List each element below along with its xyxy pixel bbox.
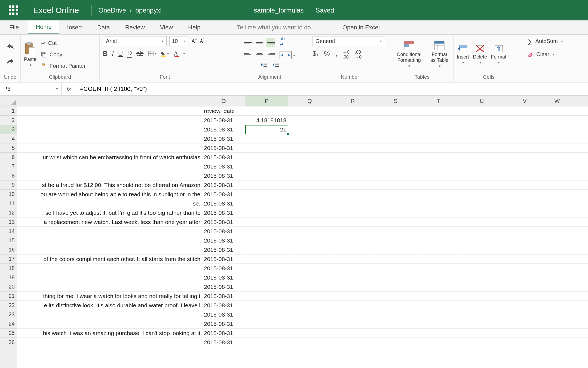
cell[interactable] xyxy=(245,319,288,328)
tab-view[interactable]: View xyxy=(152,20,180,34)
row-header[interactable]: 26 xyxy=(0,338,17,347)
cell[interactable] xyxy=(374,338,417,347)
cell-overflow[interactable]: his watch it was an amazing purchase. I … xyxy=(17,329,202,338)
cell[interactable] xyxy=(546,254,568,263)
row-header[interactable]: 21 xyxy=(0,292,17,301)
cell[interactable] xyxy=(245,236,288,245)
cell[interactable] xyxy=(417,273,460,282)
cell[interactable] xyxy=(288,171,331,180)
cell-overflow[interactable] xyxy=(17,236,202,245)
cell[interactable]: 4.18181818 xyxy=(245,116,288,125)
cell[interactable]: 2015-08-31 xyxy=(202,171,245,180)
cell[interactable]: 2015-08-31 xyxy=(202,310,245,319)
cell[interactable] xyxy=(331,199,374,208)
cell[interactable] xyxy=(288,199,331,208)
cell[interactable] xyxy=(288,208,331,217)
row-header[interactable]: 8 xyxy=(0,171,17,180)
cell[interactable] xyxy=(417,116,460,125)
cell[interactable] xyxy=(417,162,460,171)
cell[interactable]: 2015-08-31 xyxy=(202,125,245,134)
cell[interactable] xyxy=(503,282,546,291)
cell-overflow[interactable] xyxy=(17,338,202,347)
cell[interactable] xyxy=(417,319,460,328)
tab-review[interactable]: Review xyxy=(118,20,152,34)
cell[interactable] xyxy=(331,282,374,291)
redo-icon[interactable] xyxy=(5,57,15,67)
cell[interactable] xyxy=(503,264,546,273)
cell[interactable] xyxy=(503,199,546,208)
cell[interactable] xyxy=(245,282,288,291)
cell-overflow[interactable] xyxy=(17,171,202,180)
increase-decimal-button[interactable]: ←0.00 xyxy=(342,50,349,60)
column-header-U[interactable]: U xyxy=(460,96,503,106)
cell[interactable] xyxy=(546,125,568,134)
cell[interactable]: 2015-08-31 xyxy=(202,227,245,236)
row-header[interactable]: 9 xyxy=(0,180,17,190)
cell-overflow[interactable] xyxy=(17,143,202,152)
cell[interactable] xyxy=(546,208,568,217)
cell[interactable] xyxy=(374,273,417,282)
cell[interactable]: 2015-08-31 xyxy=(202,245,245,254)
cell[interactable] xyxy=(331,292,374,300)
cell[interactable] xyxy=(460,217,503,226)
cell[interactable] xyxy=(546,180,568,189)
cell[interactable] xyxy=(546,282,568,291)
cell[interactable] xyxy=(417,180,460,189)
conditional-formatting-button[interactable]: Conditional Formatting▾ xyxy=(394,41,424,68)
cell[interactable] xyxy=(503,273,546,282)
row-header[interactable]: 3 xyxy=(0,125,17,134)
column-header-V[interactable]: V xyxy=(503,96,546,106)
cell[interactable] xyxy=(288,254,331,263)
cell[interactable] xyxy=(417,227,460,236)
row-header[interactable]: 15 xyxy=(0,236,17,245)
cell[interactable] xyxy=(288,236,331,245)
cell[interactable] xyxy=(503,171,546,180)
format-painter-button[interactable]: Format Painter xyxy=(41,61,85,71)
cell[interactable]: 2015-08-31 xyxy=(202,208,245,217)
cell[interactable] xyxy=(460,338,503,347)
cell[interactable] xyxy=(245,208,288,217)
cell[interactable] xyxy=(331,190,374,199)
cell[interactable]: 2015-08-31 xyxy=(202,254,245,263)
cell[interactable] xyxy=(503,134,546,143)
cell[interactable]: 2015-08-31 xyxy=(202,143,245,152)
cell[interactable] xyxy=(460,254,503,263)
cell[interactable] xyxy=(460,153,503,162)
cell[interactable] xyxy=(417,208,460,217)
cell[interactable] xyxy=(546,292,568,300)
cell[interactable] xyxy=(417,254,460,263)
cell[interactable] xyxy=(331,254,374,263)
row-header[interactable]: 6 xyxy=(0,153,17,162)
cell[interactable] xyxy=(288,190,331,199)
cell-overflow[interactable] xyxy=(17,282,202,291)
cell[interactable] xyxy=(460,171,503,180)
delete-cells-button[interactable]: Delete▾ xyxy=(473,44,487,65)
cell-overflow[interactable]: of the colors compliment each other. It … xyxy=(17,254,202,263)
cell-overflow[interactable]: e its distinctive look. It's also durabl… xyxy=(17,301,202,310)
cell[interactable] xyxy=(374,245,417,254)
name-box[interactable]: P3▾ xyxy=(0,82,62,95)
tab-data[interactable]: Data xyxy=(90,20,117,34)
cell[interactable] xyxy=(460,301,503,310)
cell[interactable] xyxy=(331,208,374,217)
cell[interactable] xyxy=(374,171,417,180)
cell[interactable] xyxy=(417,171,460,180)
cell[interactable] xyxy=(417,264,460,273)
cell[interactable]: 2015-08-31 xyxy=(202,264,245,273)
cell-overflow[interactable]: se. xyxy=(17,199,202,208)
cell[interactable] xyxy=(546,338,568,347)
cell[interactable] xyxy=(503,254,546,263)
cell[interactable] xyxy=(288,227,331,236)
format-cells-button[interactable]: Format▾ xyxy=(491,44,506,65)
undo-icon[interactable] xyxy=(5,42,15,52)
select-all-corner[interactable] xyxy=(0,96,17,106)
cell[interactable] xyxy=(331,338,374,347)
cell[interactable] xyxy=(417,217,460,226)
borders-button[interactable]: ▾ xyxy=(148,51,156,57)
selection-fill-handle[interactable] xyxy=(287,133,289,135)
row-header[interactable]: 4 xyxy=(0,134,17,143)
cell[interactable] xyxy=(288,143,331,152)
align-top-left[interactable] xyxy=(244,38,253,47)
copy-button[interactable]: Copy xyxy=(41,50,85,60)
cell[interactable] xyxy=(417,329,460,338)
